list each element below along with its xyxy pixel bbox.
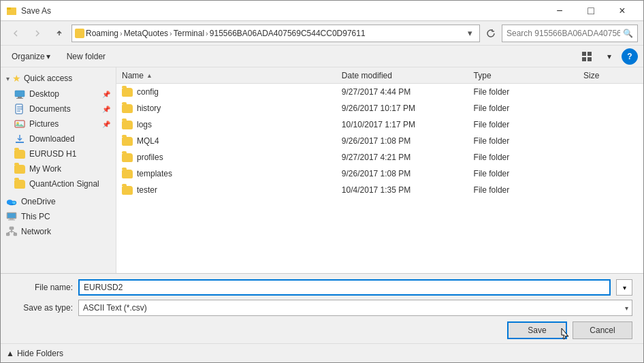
address-bar[interactable]: Roaming › MetaQuotes › Terminal › 915566… — [71, 25, 480, 42]
back-button[interactable] — [6, 24, 25, 43]
quick-access-header[interactable]: ▾ ★ Quick access — [1, 70, 116, 86]
pin-icon-pictures: 📌 — [102, 121, 110, 128]
svg-rect-7 — [15, 91, 25, 97]
sidebar-mywork-label: My Work — [29, 164, 61, 174]
new-folder-button[interactable]: New folder — [61, 48, 111, 65]
file-type-cell: File folder — [474, 87, 583, 97]
sidebar-item-downloaded[interactable]: Downloaded — [1, 131, 116, 146]
sidebar: ▾ ★ Quick access Desktop 📌 Documents — [1, 67, 116, 273]
svg-point-18 — [7, 200, 13, 204]
file-date-cell: 10/10/2017 1:17 PM — [342, 120, 474, 129]
svg-rect-6 — [587, 57, 592, 61]
view-dropdown-button[interactable]: ▾ — [600, 48, 619, 65]
sidebar-item-eurusd[interactable]: EURUSD H1 — [1, 146, 116, 161]
svg-rect-8 — [18, 97, 22, 98]
file-name-text: tester — [137, 185, 157, 195]
col-name-label: Name — [122, 71, 144, 80]
table-row[interactable]: templates 9/26/2017 1:08 PM File folder — [116, 165, 643, 182]
sidebar-quantaction-label: QuantAction Signal — [29, 179, 99, 189]
view-toggle-button[interactable] — [578, 48, 597, 65]
organize-label: Organize — [12, 52, 45, 61]
second-toolbar: Organize ▾ New folder ▾ ? — [1, 46, 643, 67]
filename-dropdown-arrow-icon: ▾ — [623, 284, 626, 291]
folder-mywork-icon — [14, 163, 25, 174]
crumb-metaquotes: MetaQuotes — [124, 29, 168, 38]
minimize-button[interactable]: − — [544, 1, 575, 21]
hide-folders-button[interactable]: ▲ Hide Folders — [6, 349, 63, 358]
save-as-type-select[interactable]: ASCII Text (*.csv) — [78, 300, 632, 316]
svg-rect-22 — [10, 219, 14, 220]
table-row[interactable]: config 9/27/2017 4:44 PM File folder — [116, 84, 643, 100]
file-name-cell: config — [122, 87, 342, 97]
sidebar-item-pictures[interactable]: Pictures 📌 — [1, 116, 116, 131]
onedrive-icon — [6, 196, 17, 207]
sidebar-item-network[interactable]: Network — [1, 224, 116, 239]
svg-rect-5 — [582, 57, 586, 61]
search-box: 🔍 — [502, 25, 638, 42]
file-date-cell: 10/4/2017 1:35 PM — [342, 185, 474, 195]
table-row[interactable]: logs 10/10/2017 1:17 PM File folder — [116, 116, 643, 133]
file-name-cell: MQL4 — [122, 136, 342, 146]
file-name-text: profiles — [137, 153, 163, 162]
folder-icon — [122, 121, 133, 129]
crumb-sep-1: › — [118, 29, 124, 37]
file-name-label: File name: — [12, 283, 73, 292]
sidebar-onedrive-label: OneDrive — [21, 197, 56, 206]
close-button[interactable]: × — [607, 1, 638, 21]
col-header-type[interactable]: Type — [474, 71, 583, 80]
folder-eurusd-icon — [14, 148, 25, 159]
download-icon — [14, 133, 25, 144]
organize-button[interactable]: Organize ▾ — [6, 48, 56, 65]
col-header-size[interactable]: Size — [583, 71, 638, 80]
sidebar-item-quantaction[interactable]: QuantAction Signal — [1, 176, 116, 191]
maximize-button[interactable]: □ — [575, 1, 607, 21]
main-content: ▾ ★ Quick access Desktop 📌 Documents — [1, 67, 643, 273]
sidebar-item-documents[interactable]: Documents 📌 — [1, 101, 116, 116]
sidebar-network-label: Network — [21, 227, 51, 236]
hide-folders-row: ▲ Hide Folders — [1, 343, 643, 362]
sidebar-item-mywork[interactable]: My Work — [1, 161, 116, 176]
table-row[interactable]: history 9/26/2017 10:17 PM File folder — [116, 100, 643, 116]
refresh-button[interactable] — [483, 25, 499, 42]
sidebar-item-thispc[interactable]: This PC — [1, 209, 116, 224]
cancel-button[interactable]: Cancel — [573, 321, 632, 339]
help-button[interactable]: ? — [622, 48, 638, 65]
address-path: Roaming › MetaQuotes › Terminal › 915566… — [86, 29, 462, 38]
svg-line-28 — [8, 231, 12, 233]
sidebar-documents-label: Documents — [29, 104, 71, 114]
folder-icon — [122, 186, 133, 195]
file-date-cell: 9/26/2017 1:08 PM — [342, 169, 474, 178]
filename-dropdown-button[interactable]: ▾ — [616, 279, 632, 296]
sidebar-item-desktop[interactable]: Desktop 📌 — [1, 86, 116, 101]
file-name-text: logs — [137, 120, 152, 129]
folder-icon — [122, 137, 133, 146]
svg-rect-2 — [7, 7, 11, 10]
organize-chevron-icon: ▾ — [46, 52, 50, 61]
col-header-date[interactable]: Date modified — [342, 71, 474, 80]
title-bar-controls: − □ × — [544, 1, 638, 21]
table-row[interactable]: profiles 9/27/2017 4:21 PM File folder — [116, 149, 643, 165]
title-bar-left: Save As — [6, 5, 51, 16]
pin-icon-documents: 📌 — [102, 106, 110, 113]
file-name-text: MQL4 — [137, 136, 159, 146]
table-row[interactable]: MQL4 9/26/2017 1:08 PM File folder — [116, 133, 643, 149]
svg-rect-4 — [587, 52, 592, 56]
quick-access-star-icon: ★ — [12, 73, 21, 84]
address-dropdown-button[interactable]: ▾ — [463, 25, 477, 42]
quick-access-section: ▾ ★ Quick access Desktop 📌 Documents — [1, 70, 116, 191]
folder-icon — [122, 88, 133, 97]
col-header-name[interactable]: Name ▲ — [122, 71, 342, 80]
form-area: File name: ▾ Save as type: ASCII Text (*… — [1, 274, 643, 319]
file-name-input[interactable] — [78, 279, 611, 296]
up-button[interactable] — [50, 24, 69, 43]
save-button[interactable]: Save — [507, 321, 567, 339]
file-type-cell: File folder — [474, 136, 583, 146]
forward-button[interactable] — [28, 24, 47, 43]
search-input[interactable] — [506, 29, 620, 38]
file-name-text: templates — [137, 169, 172, 178]
file-name-cell: logs — [122, 120, 342, 129]
table-row[interactable]: tester 10/4/2017 1:35 PM File folder — [116, 182, 643, 198]
sidebar-desktop-label: Desktop — [29, 89, 59, 99]
crumb-hash: 915566BA06ADA407569C544CC0D97611 — [210, 29, 366, 38]
sidebar-item-onedrive[interactable]: OneDrive — [1, 194, 116, 209]
